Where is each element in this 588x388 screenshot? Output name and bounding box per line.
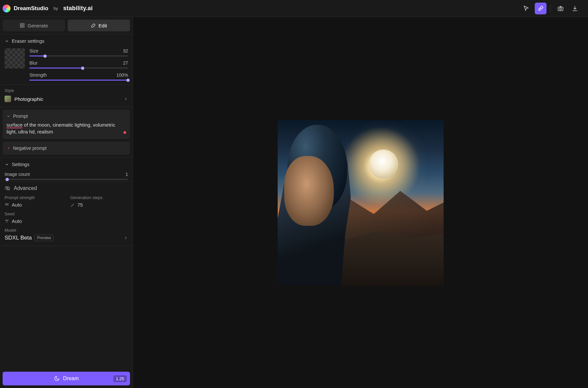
model-selector[interactable]: SDXL Beta Preview	[5, 235, 128, 241]
top-bar: DreamStudio by stability.ai	[0, 0, 588, 17]
tab-edit[interactable]: Edit	[68, 20, 130, 31]
download-button[interactable]	[569, 3, 581, 14]
strength-slider[interactable]	[29, 80, 128, 81]
chevron-right-icon	[123, 236, 128, 240]
style-section: Style Photographic	[0, 85, 133, 107]
svg-rect-4	[20, 26, 22, 27]
tab-edit-label: Edit	[99, 23, 107, 28]
dream-button[interactable]: Dream 1.25	[3, 372, 130, 385]
gen-steps-label: Generation steps	[70, 195, 128, 200]
prompt-strength-value: Auto	[12, 202, 22, 208]
blur-value: 27	[123, 60, 128, 66]
settings-header[interactable]: Settings	[5, 162, 128, 167]
model-section: Model SDXL Beta Preview	[0, 228, 133, 246]
model-badge: Preview	[34, 235, 54, 241]
svg-point-12	[8, 205, 8, 205]
canvas-tools	[520, 3, 585, 14]
steps-icon	[70, 203, 75, 207]
svg-point-11	[7, 205, 7, 205]
sprout-icon	[5, 219, 9, 224]
image-count-value: 1	[125, 172, 128, 177]
camera-button[interactable]	[555, 3, 566, 14]
negative-prompt-label: Negative prompt	[13, 146, 47, 151]
advanced-label: Advanced	[14, 185, 37, 191]
model-label: Model	[5, 228, 128, 233]
dream-label: Dream	[63, 376, 79, 381]
brand-name: DreamStudio	[14, 5, 48, 12]
seed-value-row[interactable]: Auto	[5, 218, 128, 224]
chevron-right-icon	[7, 146, 10, 150]
edit-icon	[91, 23, 96, 28]
svg-point-9	[8, 203, 8, 204]
mode-tabs: Generate Edit	[0, 17, 133, 34]
strength-label: Strength	[29, 72, 47, 78]
prompt-spellcheck-word: surface	[7, 122, 23, 128]
size-slider[interactable]	[29, 55, 128, 56]
svg-point-1	[560, 8, 562, 9]
eraser-settings-header[interactable]: Eraser settings	[5, 38, 128, 44]
tab-generate[interactable]: Generate	[3, 20, 65, 31]
negative-prompt-panel[interactable]: Negative prompt	[3, 142, 130, 155]
seed-value: Auto	[12, 218, 22, 224]
dream-cost: 1.25	[113, 375, 127, 382]
prompt-text-rest: of the moon, cinematic lighting, volumet…	[7, 122, 115, 134]
style-selector[interactable]: Photographic	[5, 96, 128, 102]
size-label: Size	[29, 48, 38, 54]
prompt-strength-value-row[interactable]: Auto	[5, 202, 62, 208]
size-value: 32	[123, 48, 128, 54]
eraser-tool-button[interactable]	[535, 3, 547, 14]
sidebar: Generate Edit Eraser settings Size 32	[0, 17, 133, 388]
prompt-strength-label: Prompt strength	[5, 195, 62, 200]
prompt-panel[interactable]: Prompt surface of the moon, cinematic li…	[3, 110, 130, 139]
settings-title: Settings	[12, 162, 29, 167]
logo-icon	[3, 5, 10, 12]
eye-off-icon	[5, 185, 10, 191]
brand-block: DreamStudio by stability.ai	[3, 5, 93, 12]
grid-icon	[20, 23, 25, 28]
image-count-label: Image count	[5, 172, 30, 177]
advanced-toggle[interactable]: Advanced	[0, 181, 133, 195]
prompt-indicator-dot	[123, 131, 126, 134]
svg-point-10	[6, 205, 6, 205]
svg-rect-5	[23, 26, 24, 27]
seed-label: Seed	[5, 211, 128, 216]
svg-point-8	[7, 203, 7, 204]
blur-label: Blur	[29, 60, 38, 66]
tab-generate-label: Generate	[27, 23, 48, 28]
blur-slider[interactable]	[29, 68, 128, 69]
gen-steps-value: 75	[77, 202, 83, 208]
settings-section: Settings Image count 1	[0, 158, 133, 181]
eraser-settings-section: Eraser settings Size 32	[0, 34, 133, 85]
tool-divider	[550, 5, 551, 12]
brand-secondary: stability.ai	[63, 5, 93, 12]
chevron-down-icon	[5, 162, 9, 167]
svg-rect-3	[23, 23, 24, 25]
prompt-text[interactable]: surface of the moon, cinematic lighting,…	[7, 121, 126, 135]
svg-rect-2	[20, 23, 22, 25]
sliders-icon	[5, 203, 9, 207]
gen-steps-value-row[interactable]: 75	[70, 202, 128, 208]
chevron-right-icon	[123, 97, 128, 101]
chevron-down-icon	[7, 114, 10, 118]
prompt-label: Prompt	[13, 114, 28, 119]
model-name: SDXL Beta	[5, 235, 32, 241]
eraser-settings-title: Eraser settings	[12, 38, 44, 44]
chevron-down-icon	[5, 39, 9, 43]
pointer-tool-button[interactable]	[520, 3, 532, 14]
generated-image[interactable]	[278, 120, 444, 286]
style-thumbnail	[5, 96, 11, 102]
style-label: Style	[5, 88, 128, 93]
moon-icon	[54, 376, 60, 381]
strength-value: 100%	[116, 72, 128, 78]
style-name: Photographic	[14, 96, 120, 102]
by-label: by	[54, 6, 58, 11]
brush-preview	[5, 48, 25, 69]
image-count-slider[interactable]	[5, 179, 128, 180]
svg-point-7	[6, 203, 6, 204]
canvas-area[interactable]	[133, 17, 588, 388]
